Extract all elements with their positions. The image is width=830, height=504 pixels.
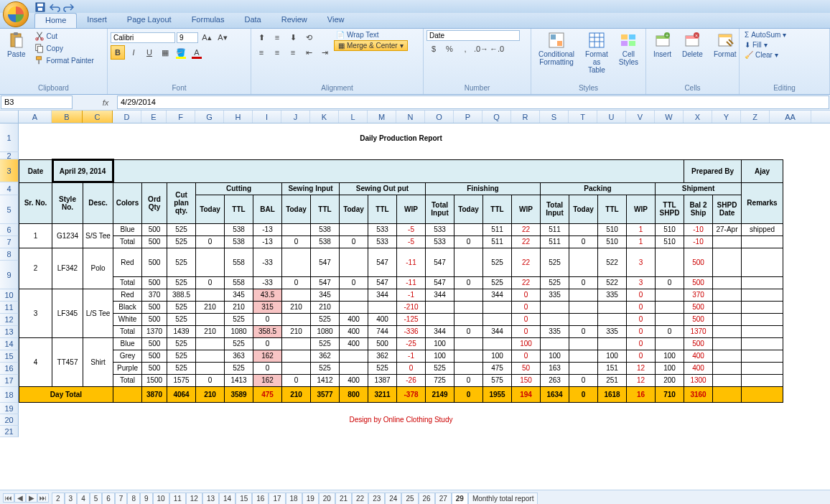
currency-icon[interactable]: $ [426,42,441,56]
office-button[interactable] [3,1,29,27]
row-17[interactable]: 17 [0,375,19,387]
row-18[interactable]: 18 [0,387,19,403]
row-3[interactable]: 3 [0,159,19,182]
fill-color-button[interactable]: 🪣 [174,45,188,60]
fill-button[interactable]: ⬇ Fill ▾ [742,40,770,50]
sheet-tab-20[interactable]: 20 [319,493,335,504]
save-icon[interactable] [34,1,45,11]
col-R[interactable]: R [511,111,540,123]
col-D[interactable]: D [113,111,141,123]
tab-nav-first-icon[interactable]: ⏮ [3,493,14,503]
tab-home[interactable]: Home [34,13,77,28]
row-10[interactable]: 10 [0,289,19,302]
indent-inc-icon[interactable]: ⇥ [317,45,332,60]
col-V[interactable]: V [626,111,655,123]
sheet-tab-active[interactable]: 29 [452,493,468,504]
col-N[interactable]: N [396,111,425,123]
undo-icon[interactable] [49,1,59,11]
bold-button[interactable]: B [111,45,125,60]
format-as-table-button[interactable]: Format as Table [581,30,612,75]
row-12[interactable]: 12 [0,314,19,326]
col-B[interactable]: B [52,111,83,123]
autosum-button[interactable]: Σ AutoSum ▾ [742,30,788,39]
sheet-tab-14[interactable]: 14 [219,493,236,504]
row-1[interactable]: 1 [0,123,19,152]
sheet-tab-2[interactable]: 2 [52,493,65,504]
col-M[interactable]: M [368,111,396,123]
cut-button[interactable]: Cut [32,30,96,42]
increase-font-icon[interactable]: A▴ [200,30,214,45]
format-button[interactable]: Format [709,30,741,60]
col-X[interactable]: X [684,111,712,123]
align-middle-icon[interactable]: ≡ [270,30,284,45]
col-O[interactable]: O [425,111,454,123]
select-all-corner[interactable] [0,111,19,123]
align-left-icon[interactable]: ≡ [254,45,269,60]
sheet-tab-22[interactable]: 22 [352,493,368,504]
font-name-select[interactable]: Calibri [111,32,175,43]
col-Z[interactable]: Z [741,111,770,123]
number-format-select[interactable]: Date [426,30,520,41]
sheet-tab-10[interactable]: 10 [153,493,169,504]
percent-icon[interactable]: % [442,42,457,56]
redo-icon[interactable] [63,1,73,11]
tab-view[interactable]: View [317,13,355,28]
merge-center-button[interactable]: ▦ Merge & Center ▾ [334,40,408,51]
sheet-tab-23[interactable]: 23 [368,493,385,504]
indent-dec-icon[interactable]: ⇤ [302,45,316,60]
name-box[interactable]: B3 [1,95,73,109]
sheet-tab-4[interactable]: 4 [77,493,90,504]
row-20[interactable]: 20 [0,414,19,426]
sheet-tab-5[interactable]: 5 [90,493,103,504]
tab-insert[interactable]: Insert [77,13,117,28]
col-I[interactable]: I [253,111,281,123]
tab-nav-last-icon[interactable]: ⏭ [37,493,49,503]
sheet-tab-12[interactable]: 12 [186,493,202,504]
col-A[interactable]: A [19,111,52,123]
delete-button[interactable]: ×Delete [678,30,707,60]
font-color-button[interactable]: A [190,45,204,60]
col-F[interactable]: F [167,111,195,123]
col-G[interactable]: G [195,111,224,123]
underline-button[interactable]: U [142,45,157,60]
row-11[interactable]: 11 [0,302,19,314]
date-value-cell[interactable]: April 29, 2014 [52,159,113,182]
sheet-tab-7[interactable]: 7 [115,493,128,504]
row-16[interactable]: 16 [0,363,19,375]
sheet-tab-8[interactable]: 8 [127,493,140,504]
format-painter-button[interactable]: Format Painter [32,55,96,66]
copy-button[interactable]: Copy [32,42,96,54]
font-size-select[interactable]: 9 [177,32,198,43]
row-21[interactable]: 21 [0,426,19,437]
row-6[interactable]: 6 [0,224,19,236]
tab-nav-prev-icon[interactable]: ◀ [14,493,26,503]
sheet-tab-11[interactable]: 11 [169,493,186,504]
increase-decimal-icon[interactable]: .0→ [474,42,488,56]
sheet-tab-9[interactable]: 9 [140,493,153,504]
sheet-tab-15[interactable]: 15 [236,493,252,504]
col-C[interactable]: C [83,111,113,123]
sheet-tab-16[interactable]: 16 [252,493,269,504]
sheet-tab-25[interactable]: 25 [401,493,418,504]
border-button[interactable]: ▦ [158,45,172,60]
col-S[interactable]: S [540,111,569,123]
sheet-tab-17[interactable]: 17 [269,493,285,504]
col-T[interactable]: T [569,111,597,123]
col-H[interactable]: H [224,111,253,123]
sheet-tab-19[interactable]: 19 [302,493,319,504]
conditional-formatting-button[interactable]: Conditional Formatting [534,30,579,67]
col-Q[interactable]: Q [482,111,511,123]
italic-button[interactable]: I [126,45,141,60]
sheet-tab-27[interactable]: 27 [435,493,452,504]
align-right-icon[interactable]: ≡ [286,45,300,60]
sheet-tab-26[interactable]: 26 [419,493,435,504]
col-W[interactable]: W [655,111,684,123]
insert-button[interactable]: +Insert [649,30,676,60]
tab-review[interactable]: Review [271,13,317,28]
sheet-tab-monthly[interactable]: Monthly total report [468,493,538,504]
sheet-tab-24[interactable]: 24 [385,493,401,504]
comma-icon[interactable]: , [458,42,472,56]
wrap-text-button[interactable]: 📄Wrap Text [334,30,408,39]
row-19[interactable]: 19 [0,403,19,414]
fx-icon[interactable]: fx [98,98,113,107]
